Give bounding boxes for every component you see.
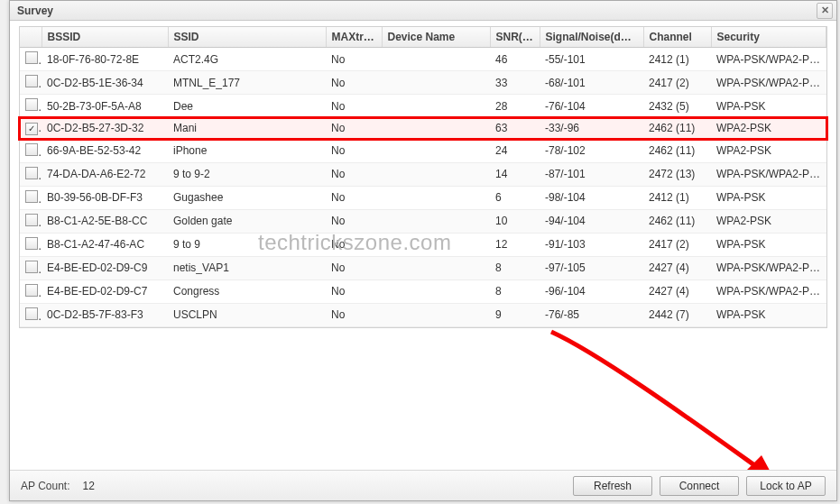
signoise-cell: -91/-103 [540, 233, 643, 256]
signoise-cell: -33/-96 [540, 118, 643, 140]
row-select-cell[interactable] [20, 233, 42, 256]
table-row[interactable]: B8-C1-A2-47-46-AC9 to 9No12-91/-1032417 … [20, 233, 826, 256]
maxtream-cell: No [326, 256, 382, 279]
row-checkbox[interactable] [25, 307, 38, 320]
row-select-cell[interactable] [20, 71, 42, 95]
row-select-cell[interactable] [20, 279, 42, 303]
column-select[interactable] [20, 27, 42, 48]
column-snr[interactable]: SNR(dB) [490, 27, 540, 48]
channel-cell: 2427 (4) [643, 256, 711, 279]
table-row[interactable]: B0-39-56-0B-DF-F3GugasheeNo6-98/-1042412… [20, 186, 826, 209]
connect-button[interactable]: Connect [660, 476, 739, 496]
lock-to-ap-button[interactable]: Lock to AP [746, 476, 826, 496]
security-cell: WPA-PSK [711, 186, 826, 209]
signoise-cell: -76/-85 [540, 303, 643, 326]
table-row[interactable]: E4-BE-ED-02-D9-C7CongressNo8-96/-1042427… [20, 279, 826, 303]
ap-count-label: AP Count: [21, 480, 69, 492]
row-checkbox[interactable] [25, 190, 38, 203]
channel-cell: 2462 (11) [643, 139, 711, 162]
row-checkbox[interactable] [25, 143, 38, 156]
signoise-cell: -98/-104 [540, 186, 643, 209]
row-checkbox[interactable] [25, 167, 38, 179]
device-cell [382, 139, 490, 162]
row-checkbox[interactable] [25, 237, 38, 250]
row-select-cell[interactable] [20, 209, 42, 233]
table-row[interactable]: ✓0C-D2-B5-27-3D-32ManiNo63-33/-962462 (1… [20, 118, 826, 140]
table-row[interactable]: 0C-D2-B5-7F-83-F3USCLPNNo9-76/-852442 (7… [20, 303, 826, 326]
row-select-cell[interactable] [20, 139, 42, 162]
device-cell [382, 118, 490, 140]
device-cell [382, 256, 490, 279]
row-checkbox[interactable] [25, 284, 38, 297]
row-checkbox[interactable] [25, 51, 38, 64]
column-maxtream[interactable]: MAXtream [326, 27, 382, 48]
column-security[interactable]: Security [711, 27, 826, 48]
row-select-cell[interactable]: ✓ [20, 118, 42, 140]
row-select-cell[interactable] [20, 186, 42, 209]
security-cell: WPA-PSK [711, 233, 826, 256]
row-checkbox[interactable] [25, 98, 38, 111]
bssid-cell: E4-BE-ED-02-D9-C9 [42, 256, 168, 279]
device-cell [382, 162, 490, 186]
row-checkbox[interactable] [25, 75, 38, 87]
row-select-cell[interactable] [20, 95, 42, 118]
column-device[interactable]: Device Name [382, 27, 490, 48]
table-row[interactable]: E4-BE-ED-02-D9-C9netis_VAP1No8-97/-10524… [20, 256, 826, 279]
svg-marker-0 [745, 455, 774, 470]
signoise-cell: -94/-104 [540, 209, 643, 233]
table-row[interactable]: 74-DA-DA-A6-E2-729 to 9-2No14-87/-101247… [20, 162, 826, 186]
row-select-cell[interactable] [20, 303, 42, 326]
channel-cell: 2462 (11) [643, 209, 711, 233]
dialog-footer: AP Count: 12 Refresh Connect Lock to AP [10, 470, 836, 500]
table-row[interactable]: 18-0F-76-80-72-8EACT2.4GNo46-55/-1012412… [20, 48, 826, 71]
security-cell: WPA-PSK [711, 303, 826, 326]
signoise-cell: -97/-105 [540, 256, 643, 279]
maxtream-cell: No [326, 209, 382, 233]
row-select-cell[interactable] [20, 256, 42, 279]
snr-cell: 9 [490, 303, 540, 326]
ap-count-value: 12 [82, 480, 94, 492]
device-cell [382, 95, 490, 118]
snr-cell: 14 [490, 162, 540, 186]
bssid-cell: 18-0F-76-80-72-8E [42, 48, 168, 71]
table-row[interactable]: B8-C1-A2-5E-B8-CCGolden gateNo10-94/-104… [20, 209, 826, 233]
bssid-cell: E4-BE-ED-02-D9-C7 [42, 279, 168, 303]
row-select-cell[interactable] [20, 162, 42, 186]
ssid-cell: Congress [168, 279, 326, 303]
snr-cell: 33 [490, 71, 540, 95]
column-signoise[interactable]: Signal/Noise(dBm) [540, 27, 643, 48]
table-row[interactable]: 0C-D2-B5-1E-36-34MTNL_E_177No33-68/-1012… [20, 71, 826, 95]
bssid-cell: 0C-D2-B5-7F-83-F3 [42, 303, 168, 326]
ssid-cell: Gugashee [168, 186, 326, 209]
signoise-cell: -55/-101 [540, 48, 643, 71]
device-cell [382, 186, 490, 209]
ssid-cell: ACT2.4G [168, 48, 326, 71]
security-cell: WPA2-PSK [711, 209, 826, 233]
bssid-cell: B8-C1-A2-47-46-AC [42, 233, 168, 256]
column-channel[interactable]: Channel [643, 27, 711, 48]
column-bssid[interactable]: BSSID [42, 27, 168, 48]
snr-cell: 24 [490, 139, 540, 162]
row-checkbox[interactable]: ✓ [25, 123, 38, 135]
table-row[interactable]: 50-2B-73-0F-5A-A8DeeNo28-76/-1042432 (5)… [20, 95, 826, 118]
bssid-cell: B0-39-56-0B-DF-F3 [42, 186, 168, 209]
ssid-cell: iPhone [168, 139, 326, 162]
table-row[interactable]: 66-9A-BE-52-53-42iPhoneNo24-78/-1022462 … [20, 139, 826, 162]
snr-cell: 28 [490, 95, 540, 118]
refresh-button[interactable]: Refresh [573, 476, 652, 496]
ssid-cell: Golden gate [168, 209, 326, 233]
security-cell: WPA2-PSK [711, 139, 826, 162]
row-checkbox[interactable] [25, 261, 38, 273]
snr-cell: 12 [490, 233, 540, 256]
close-icon[interactable]: ✕ [817, 3, 833, 19]
channel-cell: 2412 (1) [643, 186, 711, 209]
bssid-cell: 74-DA-DA-A6-E2-72 [42, 162, 168, 186]
maxtream-cell: No [326, 303, 382, 326]
row-checkbox[interactable] [25, 214, 38, 226]
bssid-cell: B8-C1-A2-5E-B8-CC [42, 209, 168, 233]
ssid-cell: 9 to 9-2 [168, 162, 326, 186]
row-select-cell[interactable] [20, 48, 42, 71]
column-ssid[interactable]: SSID [168, 27, 326, 48]
channel-cell: 2417 (2) [643, 233, 711, 256]
bssid-cell: 66-9A-BE-52-53-42 [42, 139, 168, 162]
